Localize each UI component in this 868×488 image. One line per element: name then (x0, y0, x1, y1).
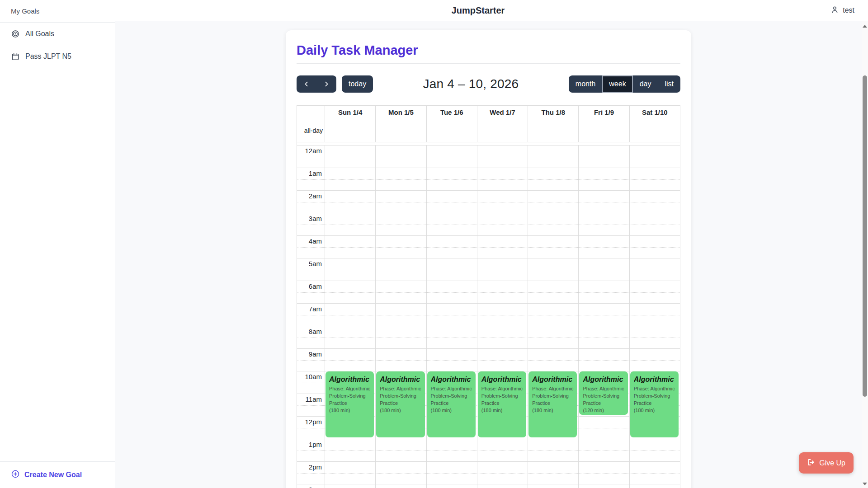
time-slot-cell[interactable] (629, 145, 680, 168)
time-slot-cell[interactable] (629, 484, 680, 488)
time-slot-cell[interactable] (426, 349, 477, 371)
time-slot-cell[interactable] (477, 236, 528, 258)
time-slot-cell[interactable] (578, 484, 629, 488)
time-slot-cell[interactable] (528, 213, 578, 235)
all-day-cell[interactable] (528, 119, 578, 142)
time-slot-cell[interactable] (375, 484, 426, 488)
time-slot-cell[interactable] (629, 236, 680, 258)
time-slot-cell[interactable] (578, 258, 629, 281)
time-slot-cell[interactable] (629, 168, 680, 190)
time-slot-cell[interactable] (528, 304, 578, 326)
calendar-event[interactable]: Algorithmic ...Phase: Algorithmic Proble… (427, 371, 476, 437)
time-slot-cell[interactable] (578, 349, 629, 371)
time-slot-cell[interactable] (375, 349, 426, 371)
time-slot-cell[interactable] (578, 462, 629, 484)
calendar-event[interactable]: Algorithmic ...Phase: Algorithmic Proble… (376, 371, 425, 437)
time-slot-cell[interactable] (477, 349, 528, 371)
time-slot-cell[interactable] (629, 304, 680, 326)
time-slot-cell[interactable] (528, 191, 578, 213)
time-slot-cell[interactable] (375, 236, 426, 258)
time-slot-cell[interactable] (375, 281, 426, 303)
scrollbar-thumb[interactable] (863, 75, 867, 397)
time-slot-cell[interactable] (528, 236, 578, 258)
time-slot-cell[interactable] (325, 191, 375, 213)
page-scrollbar[interactable] (862, 21, 868, 488)
time-slot-cell[interactable] (325, 349, 375, 371)
time-slot-cell[interactable] (426, 258, 477, 281)
time-slot-cell[interactable] (325, 484, 375, 488)
time-slot-cell[interactable] (629, 281, 680, 303)
time-slot-cell[interactable] (528, 145, 578, 168)
time-slot-cell[interactable] (629, 191, 680, 213)
scroll-down-arrow[interactable] (862, 481, 868, 487)
time-slot-cell[interactable] (578, 417, 629, 439)
time-slot-cell[interactable] (325, 258, 375, 281)
time-slot-cell[interactable] (375, 439, 426, 461)
time-slot-cell[interactable] (375, 258, 426, 281)
time-slot-cell[interactable] (578, 168, 629, 190)
time-slot-cell[interactable] (375, 145, 426, 168)
time-slot-cell[interactable] (325, 168, 375, 190)
time-slot-cell[interactable] (426, 213, 477, 235)
calendar-event[interactable]: Algorithmic ...Phase: Algorithmic Proble… (478, 371, 526, 437)
view-list-button[interactable]: list (658, 75, 680, 93)
time-slot-cell[interactable] (426, 168, 477, 190)
time-slot-cell[interactable] (477, 281, 528, 303)
time-slot-cell[interactable] (578, 439, 629, 461)
sidebar-item-all-goals[interactable]: All Goals (0, 23, 115, 45)
give-up-button[interactable]: Give Up (799, 452, 854, 474)
time-slot-cell[interactable] (629, 349, 680, 371)
time-slot-cell[interactable] (375, 213, 426, 235)
time-slot-cell[interactable] (375, 168, 426, 190)
today-button[interactable]: today (342, 75, 373, 93)
time-slot-cell[interactable] (477, 258, 528, 281)
time-slot-cell[interactable] (578, 304, 629, 326)
time-slot-cell[interactable] (528, 326, 578, 348)
time-slot-cell[interactable] (477, 213, 528, 235)
time-slot-cell[interactable] (325, 326, 375, 348)
time-slot-cell[interactable] (375, 326, 426, 348)
calendar-event[interactable]: Algorithmic ...Phase: Algorithmic Proble… (630, 371, 679, 437)
time-slot-cell[interactable] (578, 281, 629, 303)
time-slot-cell[interactable] (325, 281, 375, 303)
time-slot-cell[interactable] (325, 236, 375, 258)
time-slot-cell[interactable] (426, 326, 477, 348)
time-slot-cell[interactable] (375, 191, 426, 213)
scroll-up-arrow[interactable] (862, 23, 868, 29)
time-slot-cell[interactable] (578, 326, 629, 348)
time-slot-cell[interactable] (426, 484, 477, 488)
time-slot-cell[interactable] (629, 258, 680, 281)
time-slot-cell[interactable] (477, 439, 528, 461)
time-slot-cell[interactable] (629, 326, 680, 348)
view-week-button[interactable]: week (602, 75, 632, 93)
time-slot-cell[interactable] (426, 304, 477, 326)
time-slot-cell[interactable] (325, 213, 375, 235)
time-slot-cell[interactable] (528, 281, 578, 303)
time-slot-cell[interactable] (528, 168, 578, 190)
time-slot-cell[interactable] (477, 484, 528, 488)
calendar-event[interactable]: Algorithmic ...Phase: Algorithmic Proble… (326, 371, 374, 437)
time-slot-cell[interactable] (629, 213, 680, 235)
all-day-cell[interactable] (629, 119, 680, 142)
time-slot-cell[interactable] (528, 439, 578, 461)
user-menu[interactable]: test (830, 5, 854, 16)
time-slot-cell[interactable] (528, 258, 578, 281)
time-slot-cell[interactable] (426, 462, 477, 484)
all-day-cell[interactable] (375, 119, 426, 142)
time-slot-cell[interactable] (528, 349, 578, 371)
time-slot-cell[interactable] (528, 484, 578, 488)
all-day-cell[interactable] (325, 119, 375, 142)
time-slot-cell[interactable] (477, 304, 528, 326)
time-slot-cell[interactable] (629, 462, 680, 484)
next-button[interactable] (316, 75, 336, 93)
time-slot-cell[interactable] (477, 462, 528, 484)
time-slot-cell[interactable] (426, 236, 477, 258)
time-slot-cell[interactable] (629, 439, 680, 461)
time-slot-cell[interactable] (375, 304, 426, 326)
time-slot-cell[interactable] (578, 236, 629, 258)
time-slot-cell[interactable] (325, 439, 375, 461)
all-day-cell[interactable] (426, 119, 477, 142)
time-slot-cell[interactable] (578, 213, 629, 235)
time-slot-cell[interactable] (477, 168, 528, 190)
time-slot-cell[interactable] (578, 191, 629, 213)
